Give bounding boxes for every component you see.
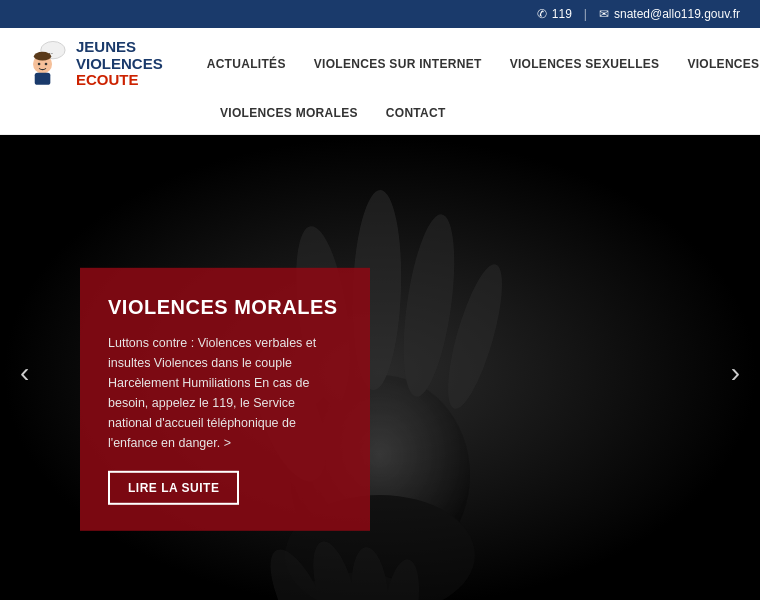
svg-rect-4 bbox=[35, 73, 51, 85]
nav-top: ACTUALITÉS VIOLENCES SUR INTERNET VIOLEN… bbox=[193, 47, 760, 81]
slide-description: Luttons contre : Violences verbales et i… bbox=[108, 332, 342, 452]
top-bar: ✆ 119 | ✉ snated@allo119.gouv.fr bbox=[0, 0, 760, 28]
nav-physiques[interactable]: VIOLENCES PHYSIQUES bbox=[673, 51, 760, 77]
prev-slide-button[interactable]: ‹ bbox=[10, 347, 39, 399]
logo-text: JEUNES VIOLENCES ECOUTE bbox=[76, 39, 163, 89]
email-icon: ✉ bbox=[599, 7, 609, 21]
nav-sexuelles[interactable]: VIOLENCES SEXUELLES bbox=[496, 51, 674, 77]
email-address: snated@allo119.gouv.fr bbox=[614, 7, 740, 21]
logo-line3: ECOUTE bbox=[76, 72, 163, 89]
email-info: ✉ snated@allo119.gouv.fr bbox=[599, 7, 740, 21]
logo-line2: VIOLENCES bbox=[76, 56, 163, 73]
nav-internet[interactable]: VIOLENCES SUR INTERNET bbox=[300, 51, 496, 77]
svg-point-6 bbox=[45, 63, 48, 66]
nav-actualites[interactable]: ACTUALITÉS bbox=[193, 51, 300, 77]
read-more-button[interactable]: LIRE LA SUITE bbox=[108, 470, 239, 504]
separator: | bbox=[584, 7, 587, 21]
nav-morales[interactable]: VIOLENCES MORALES bbox=[206, 100, 372, 126]
header: ... JEUNES VIOLENCES ECOUTE ACTUALITÉS bbox=[0, 28, 760, 135]
header-top: ... JEUNES VIOLENCES ECOUTE ACTUALITÉS bbox=[20, 28, 740, 96]
logo-icon: ... bbox=[20, 38, 72, 90]
logo[interactable]: ... JEUNES VIOLENCES ECOUTE bbox=[20, 38, 163, 90]
slide-card: VIOLENCES MORALES Luttons contre : Viole… bbox=[80, 267, 370, 530]
slide-title: VIOLENCES MORALES bbox=[108, 295, 342, 318]
svg-point-5 bbox=[38, 63, 41, 66]
header-bottom: VIOLENCES MORALES CONTACT bbox=[206, 96, 740, 134]
svg-point-3 bbox=[34, 52, 51, 61]
hero-slider: ‹ › VIOLENCES MORALES Luttons contre : V… bbox=[0, 135, 760, 600]
phone-icon: ✆ bbox=[537, 7, 547, 21]
phone-info: ✆ 119 bbox=[537, 7, 572, 21]
logo-line1: JEUNES bbox=[76, 39, 163, 56]
phone-number: 119 bbox=[552, 7, 572, 21]
next-slide-button[interactable]: › bbox=[721, 347, 750, 399]
nav-contact[interactable]: CONTACT bbox=[372, 100, 460, 126]
